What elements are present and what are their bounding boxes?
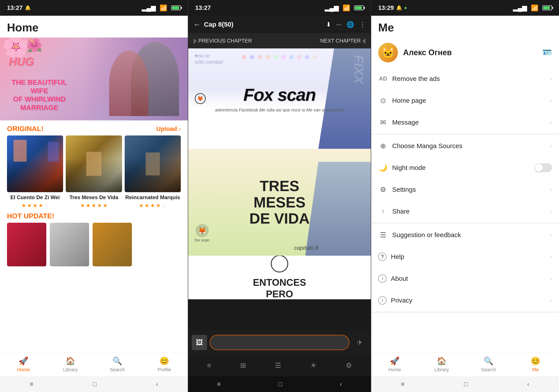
manga-card-2[interactable]: Tres Meses De Vida ★ ★ ★ ★ ★ [66,135,122,209]
hot-card-3[interactable] [93,223,132,266]
nav-me-me[interactable]: 😊 Me [512,353,559,376]
nav-me-library[interactable]: 🏠 Library [418,353,465,376]
reader-content: ♥no resólo compar 🦊 Fox scan advertencia… [188,48,371,330]
nav-profile-label: Profile [158,367,171,373]
menu-sys-btn-me[interactable]: ≡ [401,381,404,388]
hot-card-1[interactable] [7,223,46,266]
square-sys-btn-reader[interactable]: □ [279,381,282,388]
menu-item-help[interactable]: ? Help › [371,246,559,268]
help-label: Help [391,253,546,260]
nav-search[interactable]: 🔍 Search [94,353,141,376]
time-display-reader: 13:27 [195,4,211,11]
signal-icon: ▂▄▆ [142,4,156,12]
nav-me-search-label: Search [481,367,496,373]
profile-edit-icon[interactable]: 🪪 [542,48,552,57]
night-mode-toggle[interactable] [535,163,552,172]
reader-header-icons: ⬇ ··· 🌐 ⋮ [326,21,365,28]
nav-search-label: Search [110,367,125,373]
original-label: ORIGINAL! [7,125,43,133]
home-panel: 13:27 🔔 ▂▄▆ 📶 Home 🌸 🌺 HUG THE BEAUTIFUL… [0,0,188,392]
home-nav-icon: 🚀 [19,356,28,365]
time-display-me: 13:29 [378,4,394,11]
notification-icon-me: 🔔 [396,5,402,11]
menu-item-homepage[interactable]: ⊙ Home page › [371,90,559,111]
homepage-arrow-icon: › [550,97,552,104]
upload-label: Upload [156,125,177,133]
nav-profile[interactable]: 😊 Profile [141,353,188,376]
system-bar-home: ≡ □ ‹ [0,376,188,392]
fox-scan-title: Fox scan [243,85,316,105]
upload-button[interactable]: Upload › [156,125,181,133]
homepage-label: Home page [392,97,546,104]
func-settings-btn[interactable]: ⚙ [346,361,352,370]
prev-chapter-button[interactable]: |‹ PREVIOUS CHAPTER [194,38,252,44]
star-icon: ★ [97,202,102,209]
home-header: Home [0,16,188,37]
manga-stars-2: ★ ★ ★ ★ ★ [66,202,122,209]
me-menu: AD Remove the ads › ⊙ Home page › ✉ Mess… [371,68,559,352]
chat-icon[interactable]: ··· [336,21,341,28]
menu-item-manga-sources[interactable]: ⊕ Choose Manga Sources › [371,135,559,157]
globe-icon[interactable]: 🌐 [346,21,354,28]
next-chapter-button[interactable]: NEXT CHAPTER ›| [320,38,365,44]
next-chapter-label: NEXT CHAPTER [320,38,361,44]
back-button[interactable]: ← [194,20,200,29]
send-button[interactable]: ✈ [352,335,367,350]
manga-sources-label: Choose Manga Sources [392,142,546,150]
homepage-icon: ⊙ [378,96,388,105]
star-icon: ★ [145,202,149,209]
nav-library[interactable]: 🏠 Library [47,353,94,376]
profile-nav-icon: 😊 [159,356,169,365]
star-icon: ★ [21,202,26,209]
manga-card-3[interactable]: Reincarnated Marquis ★ ★ ★ ★ ☆ [125,135,181,209]
nav-home[interactable]: 🚀 Home [0,353,47,376]
night-mode-icon: 🌙 [378,164,388,172]
square-sys-btn-me[interactable]: □ [464,381,468,388]
send-icon: ✈ [357,338,363,347]
comment-input[interactable] [210,335,349,350]
func-grid-btn[interactable]: ⊞ [240,361,246,370]
banner-hug-text: HUG [9,55,34,68]
star-icon: ★ [92,202,96,209]
menu-item-settings[interactable]: ⚙ Settings › [371,179,559,200]
reader-function-bar: ≡ ⊞ ☰ ☀ ⚙ [188,355,371,376]
manga-sources-icon: ⊕ [378,142,388,150]
nav-me-home[interactable]: 🚀 Home [371,353,418,376]
square-sys-btn[interactable]: □ [93,381,96,388]
watermark-text: ♥no resólo compar [195,53,224,65]
menu-item-privacy[interactable]: i Privacy › [371,289,559,311]
back-sys-btn-reader[interactable]: ‹ [340,381,342,388]
settings-icon: ⚙ [346,361,352,370]
star-icon: ★ [86,202,91,209]
wifi-badge-icon: ● [404,5,407,11]
menu-item-message[interactable]: ✉ Message › [371,111,559,133]
back-sys-btn-me[interactable]: ‹ [527,381,529,388]
hot-card-2[interactable] [50,223,89,266]
menu-item-share[interactable]: ↑ Share › [371,200,559,222]
menu-item-suggestion[interactable]: ☰ Suggestion or feedback › [371,224,559,246]
back-sys-btn[interactable]: ‹ [156,381,158,388]
func-book-btn[interactable]: ☰ [275,361,281,370]
menu-item-about[interactable]: i About › [371,268,559,289]
toggle-knob [535,164,543,172]
share-arrow-icon: › [550,208,552,215]
me-panel: 13:29 🔔 ● ▂▄▆ 📶 Me 🐱 Алекс Огнев 🪪 AD Re… [371,0,559,392]
menu-item-ads[interactable]: AD Remove the ads › [371,68,559,90]
func-menu-btn[interactable]: ≡ [207,361,211,370]
nav-me-search[interactable]: 🔍 Search [465,353,512,376]
star-icon: ★ [156,202,161,209]
avatar[interactable]: 🐱 [378,43,398,62]
home-banner[interactable]: 🌸 🌺 HUG THE BEAUTIFUL WIFEOF WHIRLWINDMA… [0,37,188,120]
hot-scroll [0,223,188,271]
me-me-nav-icon: 😊 [531,356,540,365]
func-brightness-btn[interactable]: ☀ [310,361,317,370]
menu-item-night-mode[interactable]: 🌙 Night mode [371,157,559,179]
menu-sys-btn-reader[interactable]: ≡ [217,381,221,388]
menu-sys-btn[interactable]: ≡ [30,381,33,388]
download-icon[interactable]: ⬇ [326,21,331,28]
battery-icon-me [542,5,552,10]
more-icon[interactable]: ⋮ [359,21,365,28]
settings-label: Settings [392,186,546,193]
image-picker-button[interactable]: 🖼 [192,335,207,350]
manga-card-1[interactable]: El Cuento De Zi Wei ★ ★ ★ ★ ☆ [7,135,63,209]
